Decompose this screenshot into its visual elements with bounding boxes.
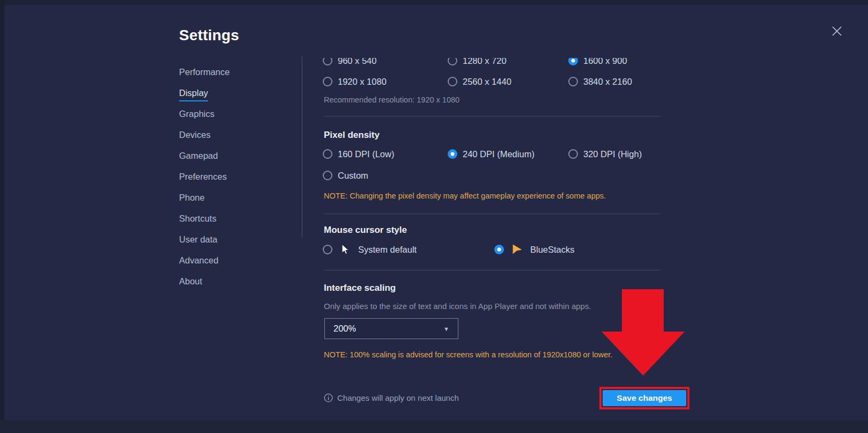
apply-on-launch-text: Changes will apply on next launch xyxy=(337,393,459,402)
sidebar-item-graphics[interactable]: Graphics xyxy=(179,109,229,119)
section-divider xyxy=(324,270,661,270)
radio-circle xyxy=(568,149,578,159)
interface-scaling-header: Interface scaling xyxy=(324,283,396,293)
radio-circle-selected xyxy=(494,245,504,254)
radio-circle xyxy=(448,58,457,65)
radio-circle xyxy=(323,149,332,159)
pixel-density-header: Pixel density xyxy=(324,130,380,141)
page-title: Settings xyxy=(179,27,239,44)
info-icon xyxy=(324,393,333,402)
red-arrow-annotation xyxy=(602,289,685,376)
radio-circle xyxy=(323,245,332,254)
chevron-down-icon: ▼ xyxy=(443,326,449,332)
recommended-resolution-note: Recommended resolution: 1920 x 1080 xyxy=(324,96,459,104)
scaling-dropdown-value: 200% xyxy=(333,324,356,334)
bluestacks-cursor-icon xyxy=(511,244,523,255)
radio-circle-selected xyxy=(568,58,578,65)
radio-circle xyxy=(568,77,578,86)
radio-circle xyxy=(323,58,332,65)
sidebar-item-display[interactable]: Display xyxy=(179,88,229,98)
section-divider xyxy=(324,214,661,214)
radio-option-1920x1080[interactable]: 1920 x 1080 xyxy=(323,74,387,90)
resolution-row-clipped: 960 x 540 1280 x 720 1600 x 900 xyxy=(319,58,662,69)
radio-circle-selected xyxy=(448,149,457,159)
backdrop-top-edge xyxy=(0,0,868,5)
sidebar-item-user-data[interactable]: User data xyxy=(179,234,229,244)
scaling-dropdown[interactable]: 200% ▼ xyxy=(324,318,458,339)
interface-scaling-note: NOTE: 100% scaling is advised for screen… xyxy=(324,350,612,359)
system-cursor-icon xyxy=(340,244,351,255)
radio-option-160dpi[interactable]: 160 DPI (Low) xyxy=(323,146,394,162)
settings-sidebar: Performance Display Graphics Devices Gam… xyxy=(179,67,229,286)
apply-on-launch-note: Changes will apply on next launch xyxy=(324,393,459,402)
close-icon xyxy=(830,24,844,38)
close-button[interactable] xyxy=(830,24,844,38)
radio-option-bluestacks-cursor[interactable]: BlueStacks xyxy=(494,241,575,258)
sidebar-item-performance[interactable]: Performance xyxy=(179,67,229,77)
radio-circle xyxy=(323,171,332,180)
interface-scaling-subtitle: Only applies to the size of text and ico… xyxy=(324,302,591,311)
pixel-density-note: NOTE: Changing the pixel density may aff… xyxy=(324,192,606,200)
radio-option-2560x1440[interactable]: 2560 x 1440 xyxy=(448,74,511,90)
radio-option-3840x2160[interactable]: 3840 x 2160 xyxy=(568,74,632,90)
backdrop-bottom-edge xyxy=(0,420,868,433)
radio-option-1600x900[interactable]: 1600 x 900 xyxy=(568,58,627,69)
radio-option-system-cursor[interactable]: System default xyxy=(323,241,417,258)
sidebar-item-advanced[interactable]: Advanced xyxy=(179,255,229,265)
save-button-highlight-box: Save changes xyxy=(599,387,689,409)
radio-option-custom-dpi[interactable]: Custom xyxy=(323,167,368,184)
save-changes-button[interactable]: Save changes xyxy=(603,390,686,406)
radio-option-960x540[interactable]: 960 x 540 xyxy=(323,58,376,69)
radio-option-1280x720[interactable]: 1280 x 720 xyxy=(448,58,507,69)
settings-dialog: Settings Performance Display Graphics De… xyxy=(0,0,868,433)
sidebar-content-divider xyxy=(302,56,302,238)
sidebar-item-about[interactable]: About xyxy=(179,276,229,286)
sidebar-item-gamepad[interactable]: Gamepad xyxy=(179,151,229,160)
mouse-cursor-header: Mouse cursor style xyxy=(324,225,407,236)
sidebar-item-phone[interactable]: Phone xyxy=(179,193,229,202)
sidebar-item-devices[interactable]: Devices xyxy=(179,130,229,140)
backdrop-left-edge xyxy=(0,0,4,433)
radio-option-240dpi[interactable]: 240 DPI (Medium) xyxy=(448,146,535,162)
sidebar-item-preferences[interactable]: Preferences xyxy=(179,172,229,181)
section-divider xyxy=(324,116,661,116)
radio-circle xyxy=(448,77,457,86)
sidebar-item-shortcuts[interactable]: Shortcuts xyxy=(179,214,229,223)
radio-option-320dpi[interactable]: 320 DPI (High) xyxy=(568,146,642,162)
radio-circle xyxy=(323,77,332,86)
